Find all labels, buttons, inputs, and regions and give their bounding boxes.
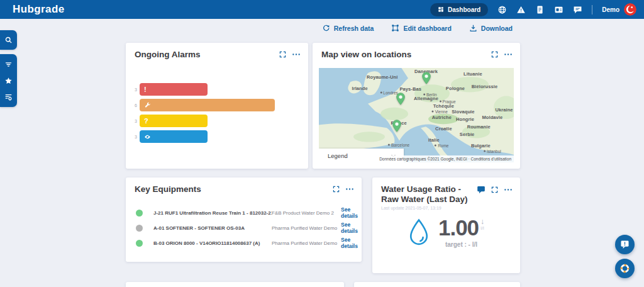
equipment-row: A-01 SOFTENER - SOFTENER OS-03APharma Pu… <box>126 220 362 235</box>
alert-triangle-icon[interactable] <box>516 5 526 14</box>
alarm-bar-unacknowledged[interactable]: ? <box>140 115 208 127</box>
alarm-row-unacknowledged: 3? <box>140 115 308 127</box>
water-usage-title: Water Usage Ratio - Raw Water (Last Day) <box>381 184 475 204</box>
star-icon[interactable] <box>4 76 13 85</box>
document-icon[interactable] <box>535 5 545 14</box>
download-button[interactable]: Download <box>469 24 513 32</box>
brand-avatar-icon <box>624 3 636 16</box>
map-canvas[interactable]: DanemarkLituanieRoyaume-UniBiélorussiePo… <box>319 68 514 162</box>
map-view-title: Map view on locations <box>321 50 411 60</box>
app-logo[interactable]: Hubgrade <box>13 3 65 16</box>
edit-dashboard-label: Edit dashboard <box>403 25 451 32</box>
comment-icon <box>477 186 486 194</box>
map-city-label: Prague <box>440 99 456 103</box>
last-update-timestamp: Last update 2021-05-07, 13:19 <box>381 206 520 210</box>
ongoing-alarms-card: Ongoing Alarms 3!63?3 <box>126 43 308 169</box>
user-menu[interactable]: Demo <box>602 3 636 16</box>
see-details-link[interactable]: See details <box>341 222 362 234</box>
see-details-link[interactable]: See details <box>341 237 362 249</box>
wrench-icon <box>144 102 151 109</box>
equipment-name: A-01 SOFTENER - SOFTENER OS-03A <box>153 225 272 231</box>
left-sidebar <box>0 30 17 107</box>
dashboard-grid-icon <box>438 6 444 13</box>
feedback-fab[interactable] <box>615 235 635 254</box>
sidebar-tools-block <box>0 54 17 107</box>
water-drop-icon <box>408 218 430 246</box>
dashboard-button[interactable]: Dashboard <box>430 3 488 16</box>
map-pin[interactable] <box>396 93 405 105</box>
expand-button[interactable] <box>491 186 498 193</box>
download-icon <box>469 24 477 32</box>
search-icon[interactable] <box>4 36 13 45</box>
map-country-label: Ukraine <box>495 107 513 113</box>
equipment-row: B-03 ORION 8000 - V14ORIO11814008637 (A)… <box>126 235 362 250</box>
expand-button[interactable] <box>491 51 498 58</box>
kpi-target: target : - l/l <box>445 241 477 248</box>
equipment-site: Pharma Purified Water Demo <box>272 225 341 231</box>
expand-button[interactable] <box>333 186 340 193</box>
lifebuoy-icon <box>619 263 630 274</box>
water-usage-ratio-card: Water Usage Ratio - Raw Water (Last Day)… <box>372 177 520 273</box>
kpi-value: 1.00 <box>438 217 479 239</box>
more-options-button[interactable] <box>292 51 301 58</box>
alarm-count: 3 <box>128 119 137 123</box>
map-attribution: Données cartographiques ©2021 Google, IN… <box>377 155 514 162</box>
more-options-button[interactable] <box>345 186 354 193</box>
globe-icon[interactable] <box>497 5 507 14</box>
alarms-bar-chart: 3!63?3 <box>126 83 308 146</box>
more-options-button[interactable] <box>504 51 513 58</box>
see-details-link[interactable]: See details <box>341 206 362 219</box>
eye-off-icon <box>144 133 151 140</box>
map-legend-label: Legend <box>328 152 348 159</box>
user-avatar[interactable] <box>624 3 636 16</box>
download-label: Download <box>481 25 513 32</box>
topbar-divider <box>592 5 592 14</box>
map-pin[interactable] <box>392 120 401 132</box>
list-settings-icon[interactable] <box>4 93 13 101</box>
equipment-site: Pharma Purified Water Demo <box>272 240 341 246</box>
status-dot <box>136 210 143 217</box>
map-pin[interactable] <box>422 72 431 84</box>
map-country-label: Italie <box>428 137 440 143</box>
alarm-bar-hidden[interactable] <box>140 130 208 143</box>
equipment-row: J-21 RUF1 Ultrafiltration Reuse Train 1 … <box>126 205 362 220</box>
help-fab[interactable] <box>615 259 635 278</box>
map-city-label: Rome <box>435 144 448 148</box>
sidebar-search-block <box>0 30 17 50</box>
map-country-label: Irlande <box>352 85 367 91</box>
map-country-label: Hongrie <box>456 116 474 122</box>
alarm-bar-critical[interactable]: ! <box>140 83 208 96</box>
id-card-icon[interactable] <box>554 5 564 14</box>
kpi-unit: l/l <box>480 225 484 231</box>
alarm-count: 3 <box>128 87 137 92</box>
map-city-label: Istanbul <box>484 149 501 154</box>
more-options-button[interactable] <box>504 186 513 193</box>
map-city-label: Barcelone <box>388 142 409 147</box>
card-partial <box>126 282 344 287</box>
chat-icon[interactable] <box>573 5 582 14</box>
comments-button[interactable] <box>477 186 486 194</box>
map-country-label: Pologne <box>446 85 465 91</box>
map-country-label: Moldavie <box>482 115 502 120</box>
expand-icon <box>491 51 498 58</box>
question-icon: ? <box>144 118 148 125</box>
map-country-label: Roumanie <box>467 124 491 130</box>
expand-button[interactable] <box>279 51 286 58</box>
ellipsis-icon <box>292 51 301 58</box>
alarm-bar-maintenance[interactable] <box>140 99 275 111</box>
ellipsis-icon <box>345 186 354 193</box>
map-country-label: Croatie <box>435 126 452 132</box>
filter-icon[interactable] <box>4 60 13 69</box>
expand-icon <box>491 186 498 193</box>
refresh-data-button[interactable]: Refresh data <box>322 24 374 32</box>
equipment-name: B-03 ORION 8000 - V14ORIO11814008637 (A) <box>153 240 272 246</box>
map-country-label: Bulgarie <box>471 143 491 149</box>
edit-dashboard-button[interactable]: Edit dashboard <box>391 24 451 32</box>
kpi-trend: ↓ l/l <box>480 218 484 231</box>
equipment-site: F&B Product Water Demo 2 <box>272 210 341 216</box>
ellipsis-icon <box>504 186 513 193</box>
refresh-icon <box>322 24 330 32</box>
user-name: Demo <box>602 6 619 13</box>
equipment-name: J-21 RUF1 Ultrafiltration Reuse Train 1 … <box>153 210 272 216</box>
key-equipments-card: Key Equipments J-21 RUF1 Ultrafiltration… <box>126 177 362 262</box>
